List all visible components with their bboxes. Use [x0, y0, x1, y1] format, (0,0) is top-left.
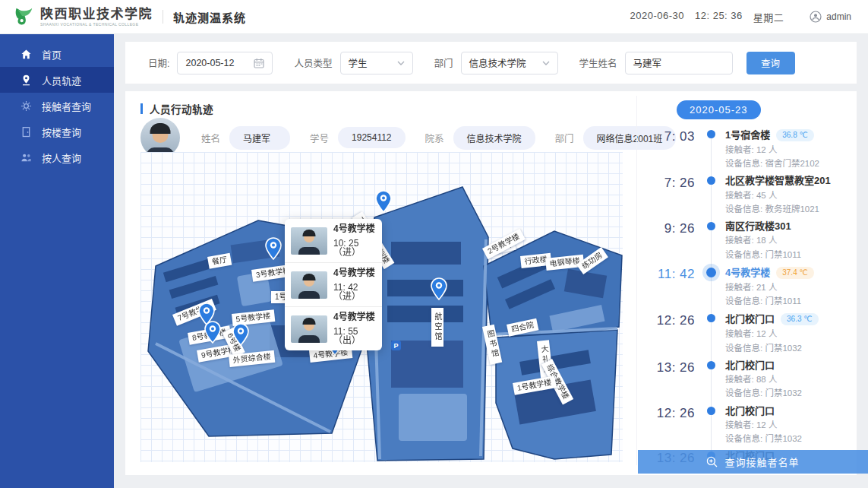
department-value: 信息技术学院: [469, 55, 526, 70]
person-field: 学号19254112: [310, 127, 406, 148]
sidebar-item-contact-query[interactable]: 接触者查询: [0, 93, 114, 119]
map-building-label: 航空馆: [431, 308, 443, 347]
sidebar-item-building-query[interactable]: 按楼查询: [0, 119, 114, 144]
timeline-contacts: 接触者: 45 人: [725, 191, 831, 201]
map-location-pin[interactable]: [265, 237, 282, 260]
timeline-time: 12: 26: [637, 313, 695, 353]
trajectory-panel: 人员行动轨迹 姓名马建军学号19254112院系信息技术学院部门网络信息2001…: [125, 91, 857, 475]
timeline-dot: [707, 314, 715, 322]
person-type-value: 学生: [349, 55, 368, 70]
department-label: 部门: [434, 55, 453, 70]
surveillance-photo: [291, 227, 327, 255]
map-track-popup: 4号教学楼10: 25（进）4号教学楼11: 42（进）4号教学楼11: 55（…: [285, 219, 382, 350]
timeline-entry[interactable]: 7: 26北区教学楼智慧教室201接触者: 45 人设备信息: 教务班牌1021: [637, 176, 857, 214]
sidebar-item-label: 接触者查询: [42, 99, 91, 113]
college-name: 陕西职业技术学院: [40, 8, 153, 21]
parking-icon: P: [391, 341, 401, 350]
timeline-location: 北门校门口: [725, 360, 775, 371]
timeline-entry[interactable]: 9: 26南区行政楼301接触者: 18 人设备信息: 门禁1011: [637, 221, 857, 260]
title-accent-bar: [140, 103, 143, 114]
timeline-panel: 2020-05-23 7: 031号宿舍楼36.8 ℃接触者: 12 人设备信息…: [636, 96, 857, 465]
panel-title: 人员行动轨迹: [150, 101, 213, 116]
campus-map[interactable]: 餐厅3号教学楼1号实训楼5号教学楼7号教学楼8号教学楼9号教学楼6号楼外贸综合楼…: [140, 152, 623, 462]
timeline-location: 北门校门口: [725, 406, 775, 417]
timeline-device: 设备信息: 宿舍门禁2102: [725, 159, 819, 169]
college-logo: [12, 5, 35, 28]
map-location-pin[interactable]: [204, 321, 221, 344]
map-location-pin[interactable]: [375, 190, 392, 213]
popup-track-entry: 4号教学楼11: 55（出）: [285, 307, 382, 350]
sidebar-item-label: 按楼查询: [42, 125, 81, 139]
popup-track-entry: 4号教学楼11: 42（进）: [285, 263, 382, 307]
timeline-entry[interactable]: 13: 26北门校门口接触者: 88 人设备信息: 门禁1032: [637, 360, 857, 399]
timeline-dot: [707, 407, 715, 415]
student-name-value: 马建军: [633, 55, 662, 70]
student-name-label: 学生姓名: [579, 55, 617, 70]
app-header: 陕西职业技术学院 SHAANXI VOCATIONAL & TECHNICAL …: [0, 0, 868, 34]
timeline-entry[interactable]: 12: 26北门校门口36.3 ℃接触者: 12 人设备信息: 门禁1032: [637, 313, 857, 353]
surveillance-photo: [291, 315, 327, 343]
timeline-device: 设备信息: 门禁1032: [725, 344, 819, 353]
popup-time: 10: 25（进）: [333, 239, 376, 257]
timeline-time: 7: 26: [637, 176, 695, 214]
chevron-down-icon: [397, 61, 405, 65]
filter-bar: 日期: 2020-05-12 人员类型 学生 部门 信息技术学院 学生姓名 马建…: [125, 42, 857, 84]
temperature-badge: 36.3 ℃: [781, 313, 818, 325]
search-button[interactable]: 查询: [746, 52, 795, 74]
popup-time: 11: 42（进）: [333, 283, 376, 301]
admin-username: admin: [826, 11, 851, 22]
timeline-entry[interactable]: 11: 424号教学楼37.4 ℃接触者: 21 人设备信息: 门禁1011: [637, 267, 857, 306]
timeline-time: 11: 42: [637, 267, 695, 306]
timeline-dot: [707, 222, 715, 230]
date-filter-label: 日期:: [148, 55, 169, 70]
person-type-label: 人员类型: [294, 55, 332, 70]
popup-building: 4号教学楼: [333, 312, 376, 322]
home-icon: [21, 49, 32, 60]
person-field: 院系信息技术学院: [425, 126, 535, 150]
timeline-device: 设备信息: 门禁1011: [725, 296, 814, 306]
sidebar-item-person-query[interactable]: 按人查询: [0, 144, 114, 170]
timeline-dot: [706, 268, 716, 277]
map-location-pin[interactable]: [431, 277, 447, 300]
timeline-device: 设备信息: 门禁1032: [725, 434, 802, 444]
sidebar-item-person-track[interactable]: 人员轨迹: [0, 67, 114, 93]
sidebar-item-label: 按人查询: [42, 151, 81, 165]
person-type-select[interactable]: 学生: [340, 52, 413, 74]
sidebar-item-label: 首页: [42, 47, 62, 62]
sidebar-item-label: 人员轨迹: [42, 73, 81, 87]
sidebar-item-home[interactable]: 首页: [0, 41, 114, 67]
timeline-location: 北门校门口: [725, 314, 775, 325]
query-contacts-button[interactable]: 查询接触者名单: [638, 450, 868, 474]
header-time: 12: 25: 36: [695, 10, 743, 24]
map-location-pin[interactable]: [232, 323, 249, 346]
temperature-badge: 37.4 ℃: [776, 267, 813, 279]
timeline-contacts: 接触者: 21 人: [725, 283, 814, 293]
timeline-entry[interactable]: 12: 26北门校门口接触者: 12 人设备信息: 门禁1032: [637, 406, 857, 445]
timeline-location: 南区行政楼301: [725, 221, 791, 232]
timeline-entry[interactable]: 7: 031号宿舍楼36.8 ℃接触者: 12 人设备信息: 宿舍门禁2102: [637, 129, 857, 169]
timeline-device: 设备信息: 教务班牌1021: [725, 204, 831, 214]
timeline-time: 13: 26: [637, 360, 695, 399]
student-name-input[interactable]: 马建军: [625, 52, 733, 74]
popup-track-entry: 4号教学楼10: 25（进）: [285, 219, 382, 263]
query-contacts-label: 查询接触者名单: [724, 455, 799, 469]
timeline-contacts: 接触者: 12 人: [725, 329, 819, 339]
timeline-dot: [707, 176, 715, 185]
person-field-label: 学号: [310, 131, 329, 145]
chevron-down-icon: [542, 61, 550, 65]
popup-building: 4号教学楼: [333, 224, 376, 233]
person-field-value: 信息技术学院: [453, 126, 535, 150]
timeline-location: 4号教学楼: [725, 268, 770, 278]
popup-building: 4号教学楼: [333, 268, 376, 277]
calendar-icon: [254, 58, 264, 68]
track-pin-icon: [21, 74, 32, 86]
admin-menu[interactable]: admin: [810, 11, 851, 23]
timeline-device: 设备信息: 门禁1011: [725, 250, 801, 260]
date-picker-input[interactable]: 2020-05-12: [177, 52, 273, 74]
virus-icon: [21, 100, 32, 112]
department-select[interactable]: 信息技术学院: [461, 52, 558, 74]
door-icon: [21, 126, 32, 138]
timeline-time: 12: 26: [637, 406, 695, 445]
people-icon: [21, 152, 32, 163]
person-field-label: 部门: [555, 131, 574, 145]
